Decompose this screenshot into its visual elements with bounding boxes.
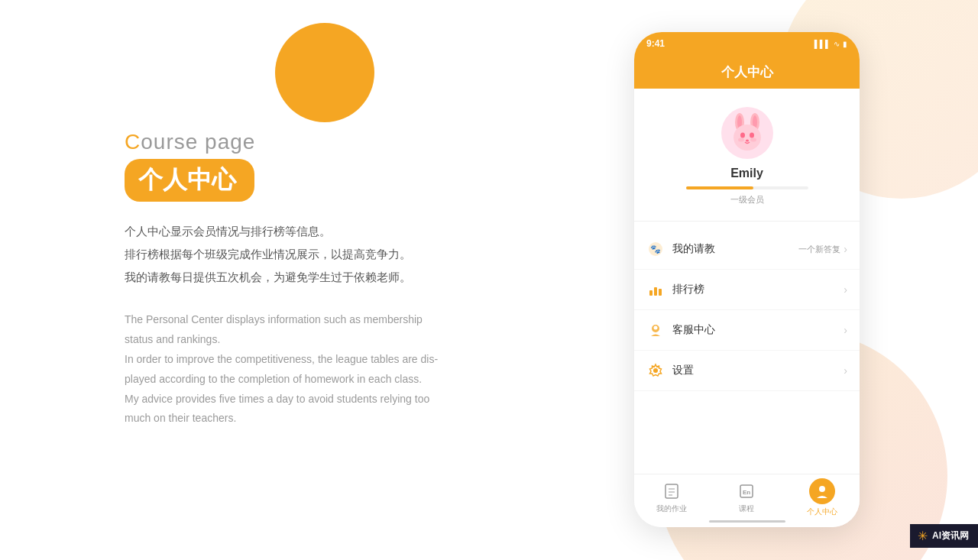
tab-course[interactable]: En 课程 [709, 481, 784, 514]
desc-en-line-1: The Personal Center displays information… [125, 310, 529, 330]
left-content-area: Course page 个人中心 个人中心显示会员情况与排行榜等信息。 排行榜根… [125, 130, 529, 429]
tab-handle [709, 520, 785, 523]
menu-item-service[interactable]: 客服中心 › [634, 310, 860, 351]
svg-point-24 [819, 486, 825, 492]
phone-mockup: 9:41 ▌▌▌ ∿ ▮ 个人中心 [634, 32, 860, 527]
desc-en-line-2: status and rankings. [125, 330, 529, 350]
status-bar: 9:41 ▌▌▌ ∿ ▮ [634, 32, 860, 55]
desc-en-line-4: played according to the completion of ho… [125, 370, 529, 390]
desc-zh-line-3: 我的请教每日提供五次机会，为避免学生过于依赖老师。 [125, 266, 529, 289]
menu-right-teaching: 一个新答复 › [798, 243, 847, 255]
progress-bar [686, 186, 808, 189]
status-icons: ▌▌▌ ∿ ▮ [814, 40, 847, 48]
svg-rect-12 [649, 290, 653, 296]
svg-text:🐾: 🐾 [650, 244, 661, 254]
menu-badge-teaching: 一个新答复 [798, 244, 840, 255]
menu-right-settings: › [844, 364, 847, 377]
menu-label-teaching: 我的请教 [672, 242, 798, 256]
menu-item-teaching[interactable]: 🐾 我的请教 一个新答复 › [634, 229, 860, 270]
tab-bar: 我的作业 En 课程 个人中心 [634, 474, 860, 527]
avatar-svg [724, 110, 770, 156]
personal-tab-label: 个人中心 [807, 507, 837, 517]
signal-icon: ▌▌▌ [814, 40, 831, 48]
svg-point-5 [740, 133, 745, 138]
svg-point-6 [750, 133, 754, 138]
chevron-teaching-icon: › [844, 243, 847, 255]
profile-section: Emily 一级会员 [634, 89, 860, 222]
desc-en-line-6: much on their teachers. [125, 409, 529, 429]
desc-en: The Personal Center displays information… [125, 310, 529, 429]
chevron-settings-icon: › [844, 364, 847, 377]
svg-rect-18 [665, 484, 678, 498]
svg-point-4 [734, 125, 761, 151]
course-tab-icon: En [737, 481, 756, 501]
menu-list: 🐾 我的请教 一个新答复 › 排行榜 › [634, 229, 860, 391]
tab-my-homework[interactable]: 我的作业 [634, 481, 709, 514]
service-icon [646, 321, 665, 339]
svg-rect-13 [654, 287, 657, 296]
svg-text:En: En [743, 489, 750, 496]
tab-personal-center[interactable]: 个人中心 [785, 478, 860, 517]
title-zh: 个人中心 [138, 166, 236, 193]
menu-label-service: 客服中心 [672, 323, 844, 337]
watermark-text: AI资讯网 [932, 529, 969, 542]
battery-icon: ▮ [843, 40, 847, 48]
status-time: 9:41 [646, 38, 665, 49]
menu-label-leaderboard: 排行榜 [672, 283, 844, 296]
watermark-icon: ✳ [918, 529, 928, 543]
settings-icon [646, 361, 665, 380]
chevron-service-icon: › [844, 324, 847, 336]
course-label-rest: ourse page [141, 130, 255, 154]
course-page-label: Course page [125, 130, 529, 154]
svg-point-9 [750, 138, 756, 142]
watermark: ✳ AI资讯网 [910, 524, 978, 548]
chevron-leaderboard-icon: › [844, 283, 847, 296]
homework-tab-icon [662, 481, 682, 501]
svg-point-17 [653, 368, 658, 373]
wifi-icon: ∿ [834, 40, 840, 48]
menu-right-service: › [844, 324, 847, 336]
leaderboard-icon [646, 280, 665, 299]
menu-label-settings: 设置 [672, 364, 844, 377]
menu-item-leaderboard[interactable]: 排行榜 › [634, 270, 860, 310]
svg-point-7 [746, 140, 749, 142]
personal-tab-icon [809, 478, 835, 504]
desc-en-line-3: In order to improve the competitiveness,… [125, 350, 529, 370]
progress-bar-fill [686, 186, 753, 189]
member-level: 一级会员 [730, 194, 764, 206]
title-badge: 个人中心 [125, 159, 254, 202]
profile-name: Emily [730, 167, 763, 180]
nav-title: 个人中心 [721, 63, 773, 81]
svg-point-16 [654, 326, 658, 330]
desc-zh: 个人中心显示会员情况与排行榜等信息。 排行榜根据每个班级完成作业情况展示，以提高… [125, 220, 529, 289]
avatar [721, 107, 773, 159]
course-tab-label: 课程 [739, 503, 754, 514]
desc-zh-line-2: 排行榜根据每个班级完成作业情况展示，以提高竞争力。 [125, 243, 529, 266]
homework-tab-label: 我的作业 [656, 503, 687, 514]
menu-item-settings[interactable]: 设置 › [634, 351, 860, 391]
desc-en-line-5: My advice provides five times a day to a… [125, 390, 529, 409]
teaching-icon: 🐾 [646, 240, 665, 258]
orange-circle-decoration [275, 23, 374, 122]
nav-bar: 个人中心 [634, 55, 860, 89]
svg-point-8 [738, 138, 744, 142]
desc-zh-line-1: 个人中心显示会员情况与排行榜等信息。 [125, 220, 529, 243]
menu-right-leaderboard: › [844, 283, 847, 296]
svg-rect-14 [659, 289, 662, 296]
c-letter: C [125, 130, 141, 154]
